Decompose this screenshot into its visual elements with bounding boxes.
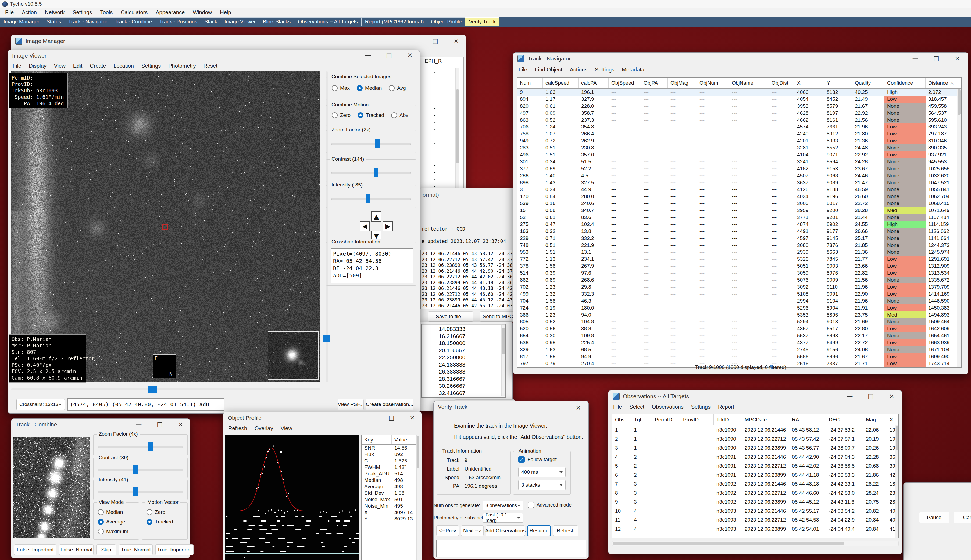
table-row[interactable]: 9490.72262.9------------------4201893321…: [517, 137, 961, 144]
navigator-menu-metadata[interactable]: Metadata: [618, 67, 648, 73]
table-row[interactable]: 3770.8952.2------------------4182915323.…: [517, 165, 961, 172]
observations-hscrollbar-thumb[interactable]: [613, 542, 844, 545]
eph-column-header[interactable]: EPH_R: [425, 58, 442, 64]
stack-time-item[interactable]: 30.266667: [439, 382, 465, 390]
view-mode-option-average[interactable]: Average: [98, 519, 128, 525]
table-row[interactable]: 91.63196.1------------------4066813240.2…: [517, 89, 961, 96]
column-header-mpcdate[interactable]: MPCDate: [742, 414, 789, 425]
stack-time-item[interactable]: 32.416667: [439, 390, 465, 397]
close-icon[interactable]: ×: [954, 55, 961, 62]
viewer-menu-create[interactable]: Create: [86, 63, 110, 69]
table-row[interactable]: 8200.61228.0------------------3953857921…: [517, 103, 961, 110]
column-header-key[interactable]: Key: [362, 435, 392, 445]
combine-zoom-slider-thumb[interactable]: [148, 442, 153, 451]
column-header-permid[interactable]: PermID: [652, 414, 681, 425]
view-mode-option-maximum[interactable]: Maximum: [98, 528, 128, 535]
table-row[interactable]: 8630.52237.3------------------4662816121…: [517, 117, 961, 123]
table-row[interactable]: 73n3c10922023 12 06.2144605 44 48.18-24 …: [612, 479, 898, 488]
viewer-menu-view[interactable]: View: [50, 63, 69, 69]
minimize-icon[interactable]: —: [367, 414, 374, 421]
table-row[interactable]: 7041.5846.3------------------2994910421.…: [517, 297, 961, 305]
view-psf-button[interactable]: View PSF...: [338, 399, 364, 410]
column-header-y[interactable]: Y: [824, 78, 852, 88]
close-icon[interactable]: ×: [888, 393, 896, 400]
table-row[interactable]: 150.08340.7------------------3959920038.…: [517, 207, 961, 214]
table-row[interactable]: 2290.71332.2------------------4597914525…: [517, 235, 961, 242]
observations-menu-select[interactable]: Select: [626, 404, 648, 410]
viewer-menu-reset[interactable]: Reset: [199, 63, 221, 69]
column-header-tgt[interactable]: Tgt: [631, 414, 652, 425]
toolbar-track-combine[interactable]: Track - Combine: [111, 17, 156, 26]
table-row[interactable]: 104n3c10932023 12 06.2144605 42 55.17-24…: [612, 507, 898, 516]
close-icon[interactable]: ×: [177, 421, 184, 428]
follow-target-checkbox[interactable]: [518, 456, 525, 463]
column-header-objspeed[interactable]: ObjSpeed: [609, 78, 641, 88]
create-observation-button[interactable]: Create observation...: [366, 399, 413, 410]
observations-menu-report[interactable]: Report: [714, 404, 738, 410]
combine-intensity-slider-thumb[interactable]: [133, 487, 138, 496]
observations-menu-file[interactable]: File: [609, 404, 626, 410]
hscroll-track[interactable]: [11, 388, 320, 390]
image-manager-title-bar[interactable]: Image Manager: [11, 35, 466, 47]
verify-track-title-bar[interactable]: Verify Track: [434, 401, 589, 412]
close-icon[interactable]: ×: [576, 404, 581, 412]
advanced-mode-checkbox[interactable]: [528, 502, 534, 508]
profile-scrollbar[interactable]: [416, 435, 420, 560]
table-row[interactable]: 4961.51357.0------------------4104907122…: [517, 151, 961, 158]
table-row[interactable]: 7581.07266.4------------------4240891221…: [517, 130, 961, 137]
combine-images-option-median[interactable]: Median: [357, 85, 382, 91]
table-row[interactable]: Y8029.13: [362, 516, 416, 522]
stack-time-item[interactable]: 26.383333: [439, 368, 465, 375]
table-row[interactable]: 8981.43327.5------------------3637908921…: [517, 179, 961, 186]
table-row[interactable]: Flux892: [362, 451, 416, 458]
stack-time-item[interactable]: 14.083333: [439, 325, 465, 333]
column-header-x[interactable]: X: [794, 78, 824, 88]
toolbar-observations-all-targets[interactable]: Observations -- All Targets: [294, 17, 361, 26]
table-row[interactable]: 8171.5594.9------------------5586889621.…: [517, 353, 961, 360]
track-navigator-title-bar[interactable]: Track - Navigator: [513, 53, 968, 65]
stack-scrollbar[interactable]: [501, 325, 506, 397]
table-row[interactable]: 8050.52104.8------------------5294901321…: [517, 318, 961, 325]
column-header-value[interactable]: Value: [392, 435, 415, 445]
table-row[interactable]: 83n3c10922023 12 06.2271205 44 46.60-24 …: [612, 488, 898, 498]
stack-time-list[interactable]: 14.08333316.21666718.15000020.11666722.2…: [439, 325, 465, 398]
stack-time-item[interactable]: 18.150000: [439, 340, 465, 347]
image-viewer-title-bar[interactable]: Image Viewer: [8, 50, 420, 61]
column-header-x[interactable]: X: [887, 414, 898, 425]
table-row[interactable]: FWHM1.42": [362, 464, 416, 470]
table-row[interactable]: 4970.09358.7------------------4628819722…: [517, 110, 961, 117]
stack-time-item[interactable]: 16.216667: [439, 333, 465, 340]
num-obs-dropdown[interactable]: 3 observations: [482, 501, 524, 510]
toolbar-status[interactable]: Status: [43, 17, 65, 26]
table-row[interactable]: 4991.32332.3------------------5108909122…: [517, 290, 961, 297]
column-header-mag[interactable]: Mag: [863, 414, 887, 425]
table-row[interactable]: 3781.58267.9------------------5051900323…: [517, 263, 961, 270]
table-row[interactable]: 2830.51230.8------------------3281855224…: [517, 144, 961, 151]
maximize-icon[interactable]: □: [933, 55, 940, 62]
app-menu-appearance[interactable]: Appearance: [152, 9, 189, 16]
toolbar-track-positions[interactable]: Track - Positions: [156, 17, 201, 26]
animation-stacks-dropdown[interactable]: 3 stacks: [518, 480, 566, 490]
column-header-trkid[interactable]: TrkID: [714, 414, 742, 425]
table-row[interactable]: 2861.404.5------------------4507906824.4…: [517, 172, 961, 179]
minimize-icon[interactable]: —: [846, 393, 854, 400]
column-header-objname[interactable]: ObjName: [729, 78, 769, 88]
viewer-menu-settings[interactable]: Settings: [138, 63, 165, 69]
table-row[interactable]: 93n3c10922023 12 06.2389905 44 45.12-24 …: [612, 497, 898, 507]
observations-vscrollbar[interactable]: [895, 425, 898, 538]
stack-time-item[interactable]: 34.516667: [439, 397, 465, 398]
column-header-distance[interactable]: Distance△: [926, 78, 961, 88]
stack-time-item[interactable]: 22.250000: [439, 354, 465, 361]
table-row[interactable]: 8941.17327.9------------------4054845221…: [517, 96, 961, 103]
table-row[interactable]: 31n3c10902023 12 06.2389905 43 56.77-24 …: [612, 443, 898, 453]
viewer-menu-location[interactable]: Location: [110, 63, 138, 69]
table-row[interactable]: 7061.24354.8------------------4574766121…: [517, 123, 961, 130]
stack-time-item[interactable]: 24.183333: [439, 361, 465, 368]
table-row[interactable]: 21n3c10902023 12 06.2271205 43 57.42-24 …: [612, 435, 898, 443]
combine-contrast-slider-thumb[interactable]: [133, 465, 138, 474]
photometry-dropdown[interactable]: Fast (±0.1 mag): [482, 513, 524, 523]
table-row[interactable]: 3010.3451.5------------------3241859424.…: [517, 158, 961, 165]
pause-button[interactable]: Pause: [919, 512, 949, 523]
table-row[interactable]: Std_Dev1.58: [362, 490, 416, 496]
combine-zoom-slider-track[interactable]: [98, 446, 183, 448]
